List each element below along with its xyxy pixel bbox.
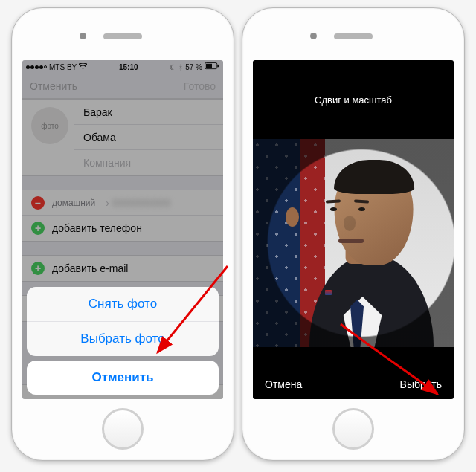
iphone-right: Сдвиг и масштаб [242, 7, 465, 461]
phone-camera-dot [310, 33, 317, 39]
crop-title: Сдвиг и масштаб [253, 60, 454, 106]
screen-right: Сдвиг и масштаб [253, 60, 454, 399]
crop-footer: Отмена Выбрать [253, 369, 454, 399]
sheet-cancel[interactable]: Отменить [27, 361, 219, 395]
crop-cancel[interactable]: Отмена [265, 378, 302, 390]
crop-choose[interactable]: Выбрать [400, 378, 442, 390]
iphone-left: MTS BY 15:10 ☾ ᚼ 57 % Отменить Гот [11, 7, 234, 461]
home-button[interactable] [102, 408, 144, 450]
phone-speaker [103, 33, 142, 39]
phone-camera-dot [80, 33, 86, 39]
home-button[interactable] [332, 408, 374, 450]
sheet-take-photo[interactable]: Снять фото [27, 287, 219, 322]
portrait-image[interactable] [253, 139, 454, 347]
action-sheet: Снять фото Выбрать фото Отменить [27, 287, 219, 395]
sheet-choose-photo[interactable]: Выбрать фото [27, 322, 219, 356]
phone-speaker [334, 33, 373, 39]
screen-left: MTS BY 15:10 ☾ ᚼ 57 % Отменить Гот [22, 60, 223, 399]
crop-area[interactable] [253, 129, 454, 358]
